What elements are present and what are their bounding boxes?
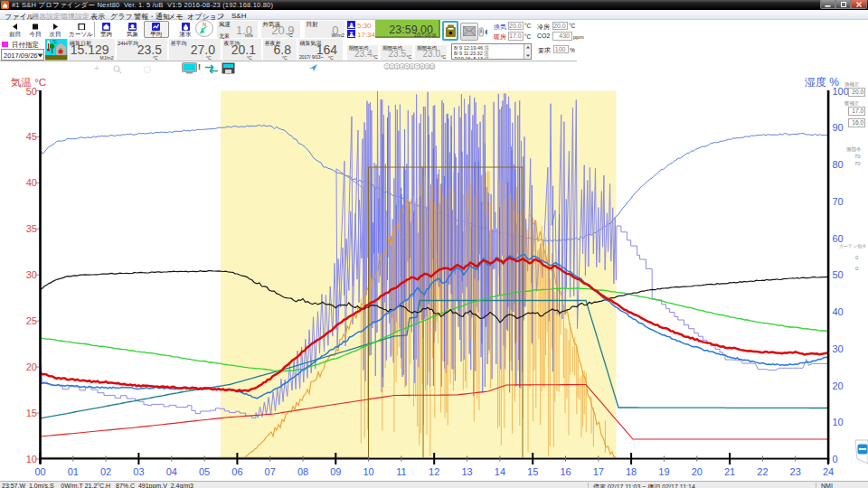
svg-text:09: 09 bbox=[330, 466, 341, 477]
svg-text:45: 45 bbox=[26, 131, 37, 142]
svg-text:00: 00 bbox=[34, 466, 45, 477]
svg-text:35: 35 bbox=[26, 223, 37, 234]
svg-text:60: 60 bbox=[833, 233, 844, 244]
svg-text:1: 1 bbox=[386, 65, 389, 70]
svg-text:22: 22 bbox=[757, 466, 768, 477]
svg-text:10: 10 bbox=[26, 454, 37, 465]
svg-text:02: 02 bbox=[100, 466, 111, 477]
svg-text:40: 40 bbox=[26, 177, 37, 188]
svg-text:20: 20 bbox=[692, 466, 703, 477]
svg-text:10: 10 bbox=[429, 65, 435, 70]
svg-text:01: 01 bbox=[68, 466, 79, 477]
svg-text:16: 16 bbox=[560, 466, 571, 477]
svg-text:2: 2 bbox=[391, 65, 393, 70]
svg-text:9: 9 bbox=[426, 65, 429, 70]
svg-text:20: 20 bbox=[26, 361, 37, 372]
svg-text:07: 07 bbox=[265, 466, 276, 477]
svg-text:17: 17 bbox=[593, 466, 604, 477]
svg-text:13: 13 bbox=[461, 466, 472, 477]
svg-text:19: 19 bbox=[658, 466, 669, 477]
svg-text:24: 24 bbox=[823, 466, 834, 477]
svg-text:12: 12 bbox=[429, 466, 439, 477]
svg-text:40: 40 bbox=[833, 306, 844, 317]
svg-text:14: 14 bbox=[495, 466, 505, 477]
svg-text:0: 0 bbox=[833, 454, 838, 465]
svg-text:08: 08 bbox=[297, 466, 308, 477]
svg-text:21: 21 bbox=[724, 466, 735, 477]
svg-text:15: 15 bbox=[527, 466, 538, 477]
svg-text:20: 20 bbox=[833, 380, 844, 391]
svg-text:4: 4 bbox=[401, 65, 403, 70]
svg-text:6: 6 bbox=[410, 65, 413, 70]
svg-text:90: 90 bbox=[833, 122, 844, 133]
svg-text:50: 50 bbox=[833, 269, 844, 280]
svg-text:80: 80 bbox=[833, 159, 844, 170]
svg-text:70: 70 bbox=[833, 196, 844, 207]
svg-text:5: 5 bbox=[406, 65, 409, 70]
svg-text:05: 05 bbox=[199, 466, 210, 477]
svg-text:3: 3 bbox=[396, 65, 399, 70]
svg-text:06: 06 bbox=[231, 466, 242, 477]
svg-text:10: 10 bbox=[363, 466, 373, 477]
svg-text:7: 7 bbox=[416, 65, 419, 70]
svg-text:23: 23 bbox=[790, 466, 801, 477]
svg-text:11: 11 bbox=[396, 466, 406, 477]
svg-text:10: 10 bbox=[833, 417, 844, 427]
svg-text:30: 30 bbox=[26, 269, 37, 280]
svg-text:04: 04 bbox=[166, 466, 177, 477]
svg-text:15: 15 bbox=[26, 408, 37, 418]
svg-text:30: 30 bbox=[833, 343, 844, 354]
svg-text:03: 03 bbox=[133, 466, 144, 477]
svg-text:18: 18 bbox=[626, 466, 637, 477]
svg-text:8: 8 bbox=[421, 65, 424, 70]
svg-text:25: 25 bbox=[26, 315, 37, 326]
